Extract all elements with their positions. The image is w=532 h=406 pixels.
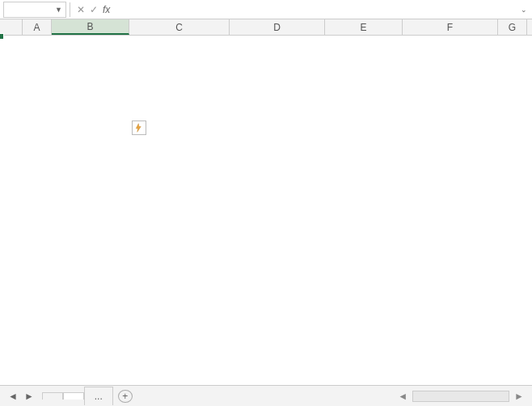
sheet-tab-other[interactable]: ... [84, 387, 113, 405]
col-header-F[interactable]: F [403, 19, 498, 35]
tab-nav-prev-icon[interactable]: ◄ [8, 391, 18, 402]
formula-bar-buttons: ✕ ✓ fx [72, 4, 115, 15]
fx-icon[interactable]: fx [103, 4, 110, 15]
select-all-corner[interactable] [0, 19, 23, 35]
col-header-E[interactable]: E [325, 19, 403, 35]
tab-nav-buttons: ◄ ► [0, 391, 42, 402]
expand-formula-bar-icon[interactable]: ⌄ [516, 6, 532, 14]
scroll-track[interactable] [412, 391, 509, 402]
sheet-tabs-bar: ◄ ► ... + ◄ ► [0, 385, 532, 406]
sheet-tab-active[interactable] [63, 392, 84, 400]
horizontal-scroll: ◄ ► [390, 391, 532, 402]
cell-selection [0, 36, 3, 39]
lightning-icon [134, 123, 144, 133]
col-header-D[interactable]: D [230, 19, 325, 35]
col-header-G[interactable]: G [498, 19, 527, 35]
tab-ellipsis[interactable] [42, 392, 63, 400]
name-box[interactable]: ▼ [3, 2, 66, 18]
cancel-icon[interactable]: ✕ [77, 4, 85, 15]
col-header-B[interactable]: B [52, 19, 129, 35]
column-headers: A B C D E F G [0, 19, 532, 36]
tab-more-icon: ... [95, 391, 103, 402]
formula-bar: ▼ ✕ ✓ fx ⌄ [0, 0, 532, 19]
autofill-options-button[interactable] [132, 121, 146, 135]
scroll-left-icon[interactable]: ◄ [398, 391, 407, 402]
separator [70, 2, 70, 17]
spreadsheet-grid: A B C D E F G x DATA [0, 19, 532, 36]
col-header-C[interactable]: C [129, 19, 230, 35]
add-sheet-button[interactable]: + [118, 390, 133, 403]
col-header-A[interactable]: A [23, 19, 52, 35]
enter-icon[interactable]: ✓ [90, 4, 98, 15]
name-box-dropdown-icon[interactable]: ▼ [55, 6, 62, 14]
scroll-right-icon[interactable]: ► [514, 391, 524, 402]
tab-nav-next-icon[interactable]: ► [24, 391, 34, 402]
